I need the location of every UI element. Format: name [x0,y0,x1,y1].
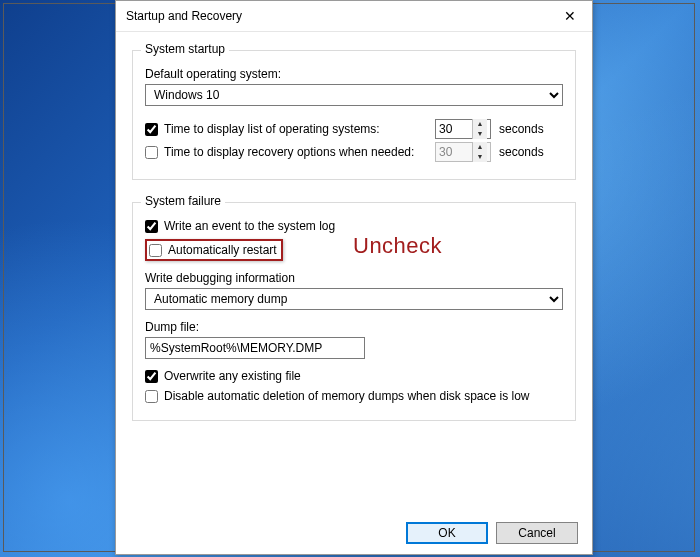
cancel-button[interactable]: Cancel [496,522,578,544]
auto-restart-highlight: Automatically restart [145,239,283,261]
uncheck-annotation: Uncheck [353,233,442,259]
debug-info-select[interactable]: Automatic memory dump [145,288,563,310]
close-button[interactable]: ✕ [548,1,592,31]
dialog-footer: OK Cancel [406,522,578,544]
time-list-label: Time to display list of operating system… [164,122,380,136]
debug-info-label: Write debugging information [145,271,563,285]
write-event-checkbox[interactable]: Write an event to the system log [145,219,563,233]
group-system-failure-legend: System failure [141,194,225,208]
default-os-select[interactable]: Windows 10 [145,84,563,106]
time-recovery-row: Time to display recovery options when ne… [145,142,563,162]
dump-file-label: Dump file: [145,320,563,334]
overwrite-label: Overwrite any existing file [164,369,301,383]
group-system-failure: System failure Write an event to the sys… [132,202,576,421]
disable-delete-checkbox-input[interactable] [145,390,158,403]
overwrite-checkbox-input[interactable] [145,370,158,383]
close-icon: ✕ [564,8,576,24]
time-list-checkbox[interactable]: Time to display list of operating system… [145,122,435,136]
auto-restart-label: Automatically restart [168,243,277,257]
time-recovery-label: Time to display recovery options when ne… [164,145,414,159]
write-event-label: Write an event to the system log [164,219,335,233]
dump-file-input[interactable] [145,337,365,359]
disable-delete-label: Disable automatic deletion of memory dum… [164,389,530,403]
auto-restart-checkbox[interactable]: Automatically restart [149,243,277,257]
time-list-spinner[interactable]: ▲ ▼ [435,119,491,139]
auto-restart-checkbox-input[interactable] [149,244,162,257]
group-system-startup-legend: System startup [141,42,229,56]
time-list-spin-buttons[interactable]: ▲ ▼ [472,119,487,139]
startup-recovery-dialog: Startup and Recovery ✕ System startup De… [115,0,593,555]
group-system-startup: System startup Default operating system:… [132,50,576,180]
chevron-up-icon[interactable]: ▲ [473,119,487,129]
ok-button[interactable]: OK [406,522,488,544]
titlebar[interactable]: Startup and Recovery ✕ [116,1,592,32]
write-event-checkbox-input[interactable] [145,220,158,233]
time-recovery-checkbox-input[interactable] [145,146,158,159]
time-list-checkbox-input[interactable] [145,123,158,136]
chevron-up-icon: ▲ [473,142,487,152]
time-list-row: Time to display list of operating system… [145,119,563,139]
time-recovery-value [436,143,472,161]
time-list-unit: seconds [499,122,563,136]
default-os-label: Default operating system: [145,67,563,81]
dialog-body: System startup Default operating system:… [116,32,592,443]
time-recovery-unit: seconds [499,145,563,159]
overwrite-checkbox[interactable]: Overwrite any existing file [145,369,563,383]
time-recovery-checkbox[interactable]: Time to display recovery options when ne… [145,145,435,159]
window-title: Startup and Recovery [126,9,242,23]
disable-delete-checkbox[interactable]: Disable automatic deletion of memory dum… [145,389,563,403]
chevron-down-icon[interactable]: ▼ [473,129,487,139]
time-recovery-spinner: ▲ ▼ [435,142,491,162]
time-list-value[interactable] [436,120,472,138]
chevron-down-icon: ▼ [473,152,487,162]
time-recovery-spin-buttons: ▲ ▼ [472,142,487,162]
